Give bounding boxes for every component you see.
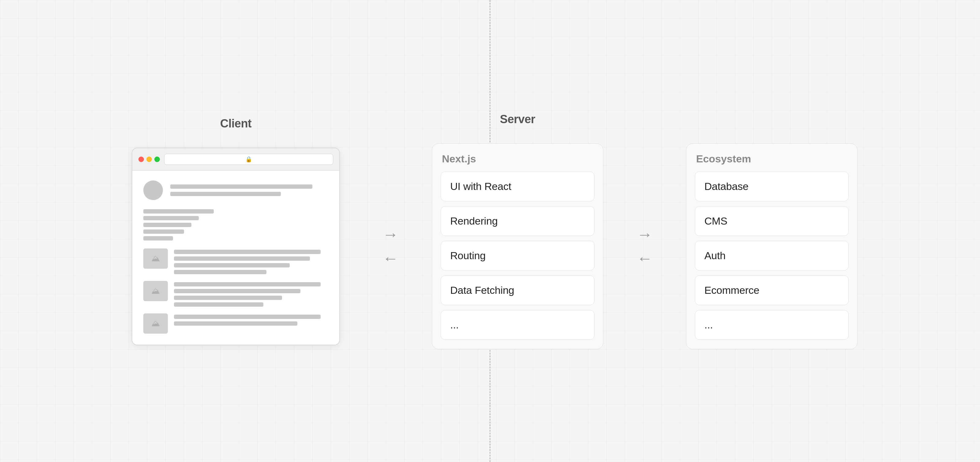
client-column: Client 🔒: [116, 117, 355, 345]
browser-header-skeleton: [143, 180, 328, 200]
text-line-a4: [143, 229, 184, 234]
nextjs-panel: Next.js UI with React Rendering Routing …: [432, 143, 603, 349]
ecosystem-card-auth: Auth: [695, 241, 849, 271]
diagram-inner: Client 🔒: [24, 113, 956, 349]
arrow-left-2: [637, 249, 652, 268]
text-only-row: [143, 209, 328, 241]
ecosystem-card-ecommerce: Ecommerce: [695, 276, 849, 305]
arrows-col-1: [355, 194, 426, 268]
image-icon-2: ⛰: [151, 286, 160, 296]
arrow-right-2: [637, 225, 652, 244]
text-line-a5: [143, 236, 173, 241]
row-line-1-3: [174, 263, 290, 268]
dot-green: [154, 156, 160, 162]
browser-row-1: ⛰: [143, 249, 328, 274]
browser-content: ⛰ ⛰: [132, 170, 339, 345]
ecosystem-card-database: Database: [695, 172, 849, 201]
browser-addressbar[interactable]: 🔒: [164, 154, 333, 165]
avatar-skeleton: [143, 180, 163, 200]
row-line-2-4: [174, 303, 263, 307]
header-line-1: [170, 185, 312, 189]
nextjs-card-ui-react: UI with React: [441, 172, 595, 201]
row-lines-3: [174, 314, 328, 326]
row-line-2-1: [174, 282, 321, 287]
image-icon-1: ⛰: [151, 253, 160, 263]
arrow-left-1: [382, 249, 398, 268]
image-icon-3: ⛰: [151, 318, 160, 328]
ecosystem-card-cms: CMS: [695, 206, 849, 236]
header-line-2: [170, 192, 281, 196]
dot-yellow: [146, 156, 152, 162]
nextjs-card-routing: Routing: [441, 241, 595, 271]
browser-row-3: ⛰: [143, 314, 328, 334]
thumb-2: ⛰: [143, 281, 168, 301]
dot-red: [138, 156, 144, 162]
browser-window: 🔒: [132, 148, 340, 345]
row-line-2-2: [174, 289, 301, 293]
ecosystem-panel-title: Ecosystem: [695, 153, 849, 165]
row-lines-1: [174, 249, 328, 274]
thumb-1: ⛰: [143, 249, 168, 269]
arrow-right-1: [382, 225, 398, 244]
client-label: Client: [220, 117, 252, 130]
browser-rows-skeleton: ⛰ ⛰: [143, 209, 328, 334]
row-line-3-2: [174, 321, 298, 326]
text-line-a3: [143, 223, 191, 227]
thumb-3: ⛰: [143, 314, 168, 334]
browser-row-2: ⛰: [143, 281, 328, 307]
lock-icon: 🔒: [245, 156, 252, 162]
row-line-1-2: [174, 256, 310, 261]
diagram-wrapper: Client 🔒: [0, 0, 980, 462]
nextjs-card-rendering: Rendering: [441, 206, 595, 236]
nextjs-panel-title: Next.js: [441, 153, 595, 165]
text-line-a1: [143, 209, 214, 213]
row-line-1-4: [174, 270, 266, 274]
ecosystem-panel: Ecosystem Database CMS Auth Ecommerce ..…: [686, 143, 858, 349]
row-lines-2: [174, 281, 328, 307]
row-line-1-1: [174, 250, 321, 254]
nextjs-card-more: ...: [441, 310, 595, 340]
server-label: Server: [500, 113, 535, 126]
row-line-2-3: [174, 296, 282, 300]
row-line-3-1: [174, 315, 321, 319]
arrows-col-2: [609, 194, 680, 268]
nextjs-column: Server Next.js UI with React Rendering R…: [426, 113, 609, 349]
browser-titlebar: 🔒: [132, 148, 339, 170]
nextjs-card-data-fetching: Data Fetching: [441, 276, 595, 305]
header-lines-skeleton: [170, 185, 328, 196]
browser-dots: [138, 156, 160, 162]
text-line-a2: [143, 216, 199, 220]
ecosystem-card-more: ...: [695, 310, 849, 340]
ecosystem-column: Ecosystem Database CMS Auth Ecommerce ..…: [680, 113, 864, 349]
